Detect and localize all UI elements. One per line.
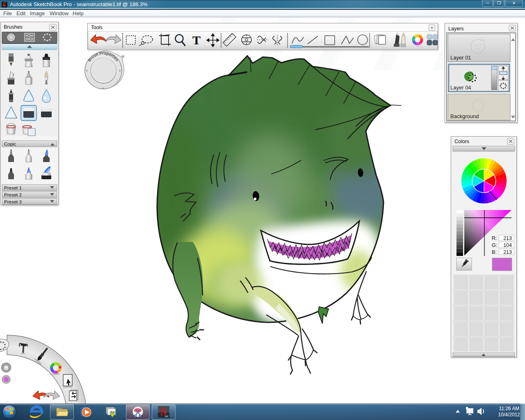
svg-text:Background: Background [450,113,479,119]
svg-text:B:: B: [492,249,497,255]
svg-text:Preset 1: Preset 1 [4,185,22,190]
svg-text:Layer 04: Layer 04 [450,84,471,91]
svg-text:213: 213 [503,249,512,255]
svg-text:Layers: Layers [448,26,464,32]
svg-text:Preset 3: Preset 3 [4,199,22,204]
svg-text:213: 213 [503,235,512,241]
svg-text:104: 104 [503,242,512,248]
svg-text:T: T [192,33,201,47]
svg-text:SBP: SBP [164,415,169,418]
svg-text:Layer 01: Layer 01 [450,55,471,61]
svg-text:Colors: Colors [454,139,469,144]
svg-text:G:: G: [492,242,497,248]
svg-text:R:: R: [492,235,497,241]
svg-text:Preset 2: Preset 2 [4,192,22,197]
svg-text:Copic: Copic [4,142,16,146]
svg-text:Brushes: Brushes [4,24,23,30]
